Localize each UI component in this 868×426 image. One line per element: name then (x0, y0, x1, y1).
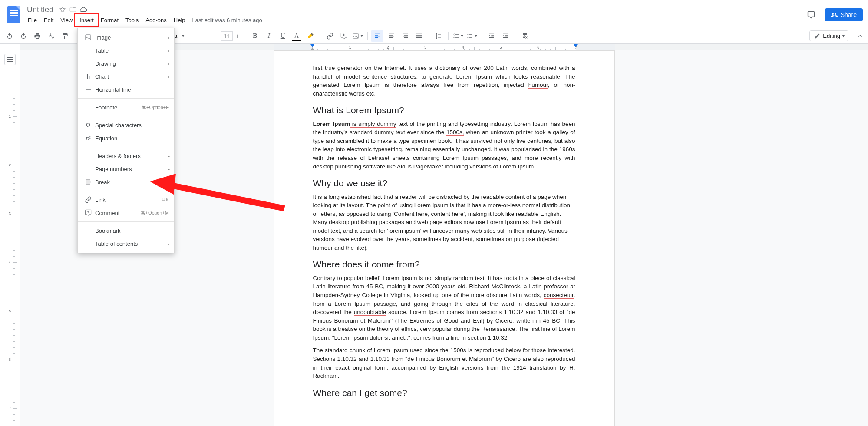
paragraph[interactable]: It is a long established fact that a rea… (313, 193, 575, 252)
heading[interactable]: Why do we use it? (313, 177, 575, 190)
insert-drawing[interactable]: Drawing▸ (78, 57, 174, 70)
share-button[interactable]: Share (825, 8, 863, 21)
underline-button[interactable]: U (277, 30, 289, 42)
svg-point-1 (467, 34, 468, 35)
insert-bookmark[interactable]: Bookmark (78, 224, 174, 237)
titlebar: Untitled File Edit View Insert Format To… (0, 0, 868, 28)
indent-decrease-button[interactable] (485, 30, 498, 42)
paragraph[interactable]: Contrary to popular belief, Lorem Ipsum … (313, 274, 575, 342)
redo-button[interactable] (17, 30, 30, 42)
menu-format[interactable]: Format (97, 15, 122, 25)
align-justify-button[interactable] (413, 30, 425, 42)
menu-help[interactable]: Help (170, 15, 189, 25)
insert-chart[interactable]: Chart▸ (78, 70, 174, 83)
docs-home-button[interactable] (3, 3, 24, 27)
align-left-button[interactable] (371, 30, 383, 42)
move-icon[interactable] (69, 6, 77, 13)
font-size-increase[interactable]: + (233, 31, 241, 41)
docs-logo-icon (7, 6, 20, 23)
spellcheck-button[interactable] (45, 30, 57, 42)
document-title[interactable]: Untitled (24, 5, 56, 14)
insert-table[interactable]: Table▸ (78, 44, 174, 57)
italic-button[interactable]: I (263, 30, 275, 42)
insert-headers-footers[interactable]: Headers & footers▸ (78, 149, 174, 162)
insert-table-of-contents[interactable]: Table of contents▸ (78, 237, 174, 250)
insert-comment[interactable]: Comment⌘+Option+M (78, 206, 174, 219)
line-spacing-button[interactable] (432, 30, 445, 42)
open-comments-button[interactable] (804, 8, 818, 22)
insert-horizontal-line[interactable]: Horizontal line (78, 83, 174, 96)
highlight-color-button[interactable] (304, 30, 317, 42)
insert-special-characters[interactable]: ΩSpecial characters (78, 119, 174, 132)
page[interactable]: first true generator on the Internet. It… (274, 50, 615, 426)
hide-menus-button[interactable] (856, 30, 865, 42)
paragraph[interactable]: Lorem Ipsum is simply dummy text of the … (313, 120, 575, 171)
menu-addons[interactable]: Add-ons (142, 15, 170, 25)
heading[interactable]: What is Lorem Ipsum? (313, 104, 575, 117)
print-button[interactable] (31, 30, 43, 42)
svg-point-2 (467, 36, 468, 36)
svg-point-3 (467, 37, 468, 38)
clear-formatting-button[interactable] (519, 30, 531, 42)
insert-equation[interactable]: π²Equation (78, 132, 174, 145)
menu-tools[interactable]: Tools (122, 15, 142, 25)
indent-increase-button[interactable] (499, 30, 512, 42)
insert-break[interactable]: Break▸ (78, 175, 174, 188)
menu-insert[interactable]: Insert (76, 15, 97, 25)
svg-rect-4 (86, 35, 91, 40)
insert-image[interactable]: Image▸ (78, 31, 174, 44)
vertical-ruler[interactable]: 1234567 (0, 50, 20, 426)
insert-menu-dropdown: Image▸ Table▸ Drawing▸ Chart▸ Horizontal… (77, 28, 175, 253)
menu-edit[interactable]: Edit (40, 15, 57, 25)
insert-footnote[interactable]: Footnote⌘+Option+F (78, 101, 174, 114)
text-color-button[interactable]: A (290, 30, 303, 42)
heading[interactable]: Where can I get some? (313, 386, 575, 400)
align-right-button[interactable] (399, 30, 411, 42)
insert-link-button[interactable] (324, 30, 336, 42)
star-icon[interactable] (59, 6, 66, 13)
last-edit-link[interactable]: Last edit was 6 minutes ago (192, 17, 262, 23)
checklist-button[interactable]: ▼ (452, 30, 464, 42)
show-outline-button[interactable] (4, 54, 16, 65)
insert-page-numbers[interactable]: Page numbers▸ (78, 162, 174, 175)
font-size-input[interactable]: 11 (221, 31, 233, 41)
paragraph[interactable]: The standard chunk of Lorem Ipsum used s… (313, 346, 575, 380)
font-size-control: − 11 + (212, 31, 241, 41)
mode-switcher[interactable]: Editing ▼ (809, 30, 848, 41)
menubar: File Edit View Insert Format Tools Add-o… (24, 14, 262, 26)
bold-button[interactable]: B (249, 30, 261, 42)
menu-view[interactable]: View (57, 15, 76, 25)
svg-rect-0 (353, 33, 358, 39)
share-label: Share (841, 11, 857, 18)
mode-label: Editing (823, 33, 840, 39)
undo-button[interactable] (3, 30, 16, 42)
paint-format-button[interactable] (59, 30, 71, 42)
svg-point-5 (86, 36, 87, 36)
heading[interactable]: Where does it come from? (313, 258, 575, 271)
paragraph[interactable]: first true generator on the Internet. It… (313, 64, 575, 98)
insert-image-button[interactable]: ▼ (352, 30, 364, 42)
menu-file[interactable]: File (24, 15, 40, 25)
insert-comment-button[interactable] (338, 30, 350, 42)
align-center-button[interactable] (385, 30, 397, 42)
insert-link[interactable]: Link⌘K (78, 193, 174, 206)
font-size-decrease[interactable]: − (212, 31, 221, 41)
bulleted-list-button[interactable]: ▼ (466, 30, 478, 42)
cloud-status-icon[interactable] (79, 6, 87, 13)
